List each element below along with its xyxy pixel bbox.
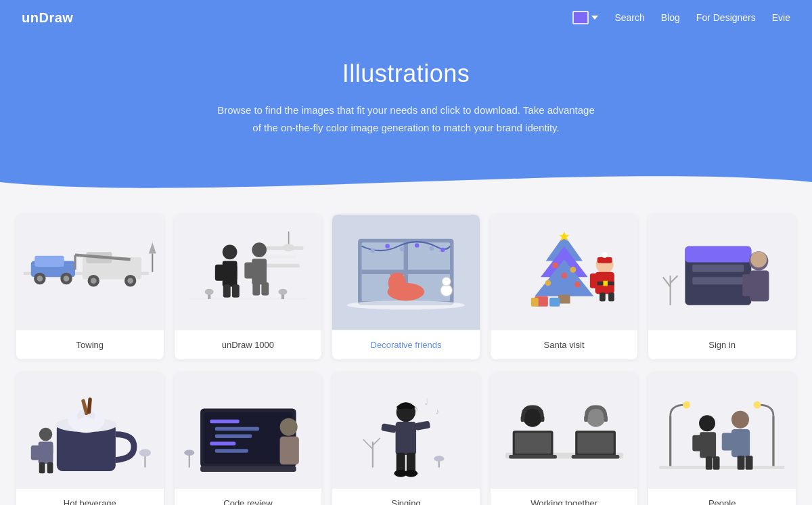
site-logo[interactable]: unDraw xyxy=(22,10,73,26)
svg-rect-152 xyxy=(713,456,720,470)
card-label-signin: Sign in xyxy=(648,330,796,359)
svg-rect-98 xyxy=(39,462,45,473)
svg-point-48 xyxy=(441,248,445,252)
card-label-coffee: Hot beverage xyxy=(16,488,164,505)
svg-rect-155 xyxy=(722,433,732,450)
svg-point-146 xyxy=(754,401,761,408)
card-music[interactable]: ♪ ♩ ♪ xyxy=(332,373,480,505)
nav-evie[interactable]: Evie xyxy=(772,12,790,23)
card-label-walk: People xyxy=(648,488,796,505)
svg-point-43 xyxy=(371,248,376,253)
svg-rect-79 xyxy=(693,265,744,272)
card-signin[interactable]: Sign in xyxy=(648,215,796,359)
svg-point-38 xyxy=(278,289,287,295)
card-walk[interactable]: People xyxy=(648,373,796,505)
svg-rect-67 xyxy=(597,257,612,263)
svg-rect-118 xyxy=(396,422,416,455)
svg-line-88 xyxy=(671,276,678,283)
gallery-row-2: Hot beverage xyxy=(16,373,796,505)
card-image-walk xyxy=(648,373,796,488)
card-label-decorative: Decorative friends xyxy=(332,330,480,359)
svg-rect-133 xyxy=(509,455,557,458)
gallery-row-1: Towing xyxy=(16,215,796,359)
svg-rect-136 xyxy=(571,455,619,458)
svg-rect-151 xyxy=(706,456,713,470)
card-towing[interactable]: Towing xyxy=(16,215,164,359)
nav-right: Search Blog For Designers Evie xyxy=(572,11,790,24)
card-working[interactable]: Working together xyxy=(491,373,638,505)
nav-for-designers[interactable]: For Designers xyxy=(696,12,756,23)
gallery: Towing xyxy=(0,196,812,505)
svg-point-55 xyxy=(347,301,465,309)
svg-rect-132 xyxy=(515,433,551,453)
card-image-working xyxy=(491,373,638,488)
svg-rect-141 xyxy=(584,416,587,422)
svg-point-94 xyxy=(39,428,53,441)
svg-rect-34 xyxy=(189,298,307,300)
svg-rect-108 xyxy=(215,449,248,452)
svg-line-127 xyxy=(373,438,380,445)
nav-search[interactable]: Search xyxy=(614,12,644,23)
svg-rect-76 xyxy=(549,298,560,307)
svg-point-6 xyxy=(64,276,70,282)
card-label-undraw1000: unDraw 1000 xyxy=(175,330,322,359)
svg-rect-18 xyxy=(263,255,296,259)
svg-text:♪: ♪ xyxy=(436,407,440,416)
card-code[interactable]: Code review xyxy=(175,373,322,505)
svg-rect-24 xyxy=(215,265,223,281)
card-santa[interactable]: Santa visit xyxy=(491,215,638,359)
svg-rect-97 xyxy=(44,444,53,455)
svg-point-101 xyxy=(139,449,151,456)
svg-text:♩: ♩ xyxy=(424,397,428,407)
svg-rect-83 xyxy=(750,271,769,302)
svg-rect-135 xyxy=(577,433,613,453)
card-coffee[interactable]: Hot beverage xyxy=(16,373,164,505)
svg-rect-106 xyxy=(215,434,251,437)
svg-rect-32 xyxy=(252,282,260,296)
svg-point-21 xyxy=(283,244,294,252)
svg-rect-111 xyxy=(279,437,298,464)
svg-point-54 xyxy=(442,278,451,286)
nav-blog[interactable]: Blog xyxy=(661,12,680,23)
hero-subtitle: Browse to find the images that fit your … xyxy=(217,102,595,136)
card-undraw1000[interactable]: unDraw 1000 xyxy=(175,215,322,359)
svg-rect-149 xyxy=(700,432,717,458)
svg-rect-147 xyxy=(660,466,785,468)
wave-divider xyxy=(0,169,812,196)
svg-marker-16 xyxy=(149,242,156,253)
svg-point-10 xyxy=(91,278,97,284)
svg-point-61 xyxy=(570,267,576,273)
svg-rect-59 xyxy=(558,295,570,304)
hero-title: Illustrations xyxy=(14,60,798,88)
svg-rect-80 xyxy=(693,278,744,285)
card-decorative[interactable]: Decorative friends xyxy=(332,215,480,359)
svg-rect-156 xyxy=(738,456,745,470)
svg-rect-42 xyxy=(362,270,451,275)
svg-point-85 xyxy=(751,252,767,268)
svg-point-4 xyxy=(37,276,43,282)
svg-point-28 xyxy=(252,242,267,257)
svg-point-62 xyxy=(561,273,567,279)
svg-point-47 xyxy=(430,246,434,251)
svg-point-22 xyxy=(222,245,237,260)
svg-point-129 xyxy=(434,456,444,462)
svg-point-64 xyxy=(574,282,581,288)
card-label-music: Singing xyxy=(332,488,480,505)
svg-rect-25 xyxy=(228,265,237,281)
svg-rect-138 xyxy=(520,416,524,422)
svg-line-87 xyxy=(663,278,671,287)
svg-rect-31 xyxy=(258,263,267,279)
svg-rect-2 xyxy=(35,256,64,267)
svg-rect-81 xyxy=(685,246,752,263)
card-image-undraw1000 xyxy=(175,215,322,330)
color-swatch[interactable] xyxy=(572,11,589,24)
svg-rect-139 xyxy=(541,416,544,422)
svg-rect-19 xyxy=(263,264,299,267)
svg-point-68 xyxy=(602,252,608,259)
card-image-code xyxy=(175,373,322,488)
svg-rect-104 xyxy=(210,420,240,423)
svg-rect-107 xyxy=(210,441,235,445)
color-picker[interactable] xyxy=(572,11,598,24)
svg-point-124 xyxy=(405,470,418,477)
svg-rect-74 xyxy=(590,273,597,288)
